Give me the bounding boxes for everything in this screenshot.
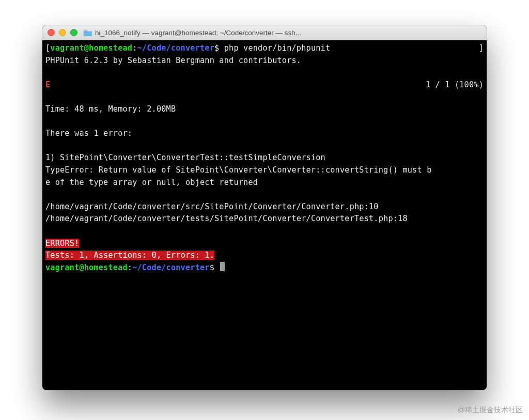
minimize-icon[interactable]: [59, 29, 66, 36]
titlebar[interactable]: hi_1066_notify — vagrant@homestead: ~/Co…: [42, 25, 487, 40]
terminal-window: hi_1066_notify — vagrant@homestead: ~/Co…: [42, 25, 487, 390]
error-msg-line1: TypeError: Return value of SitePoint\Con…: [45, 165, 432, 175]
prompt-path: ~/Code/converter: [137, 43, 215, 53]
prompt-colon: :: [132, 43, 137, 53]
window-title: hi_1066_notify — vagrant@homestead: ~/Co…: [95, 29, 481, 37]
error-msg-line2: e of the type array or null, object retu…: [45, 178, 258, 187]
cursor-icon: [220, 262, 225, 271]
trace-line-1: /home/vagrant/Code/converter/src/SitePoi…: [45, 202, 379, 211]
zoom-icon[interactable]: [70, 29, 77, 36]
phpunit-banner: PHPUnit 6.2.3 by Sebastian Bergmann and …: [45, 56, 301, 65]
prompt-colon: :: [128, 263, 132, 272]
prompt-path: ~/Code/converter: [132, 263, 210, 272]
progress-row: E1 / 1 (100%): [45, 79, 484, 91]
timing-line: Time: 48 ms, Memory: 2.00MB: [45, 104, 176, 114]
progress-letter: E: [45, 79, 50, 91]
folder-icon: [84, 29, 92, 36]
command-text: php vendor/bin/phpunit: [219, 43, 330, 53]
progress-count: 1 / 1 (100%): [426, 79, 484, 91]
traffic-lights: [48, 29, 77, 36]
terminal-body[interactable]: [vagrant@homestead:~/Code/converter$ php…: [42, 40, 487, 390]
error-intro: There was 1 error:: [45, 129, 132, 138]
bracket: ]: [479, 42, 484, 55]
stage: hi_1066_notify — vagrant@homestead: ~/Co…: [0, 0, 529, 420]
bracket: [: [45, 43, 50, 53]
trace-line-2: /home/vagrant/Code/converter/tests/SiteP…: [45, 214, 408, 223]
close-icon[interactable]: [48, 29, 55, 36]
errors-summary: Tests: 1, Assertions: 0, Errors: 1.: [45, 251, 214, 260]
prompt-user-host: vagrant@homestead: [50, 43, 132, 53]
error-title: 1) SitePoint\Converter\ConverterTest::te…: [45, 153, 325, 162]
prompt-user-host: vagrant@homestead: [45, 263, 128, 272]
prompt-dollar: $: [210, 263, 214, 272]
watermark: @稀土掘金技术社区: [458, 406, 523, 415]
prompt-dollar: $: [214, 43, 219, 53]
errors-header: ERRORS!: [45, 239, 79, 248]
